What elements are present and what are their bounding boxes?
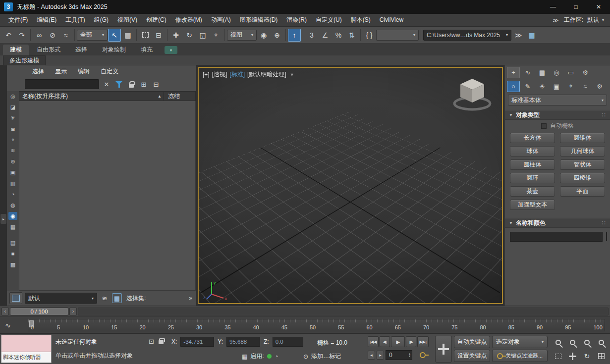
listener-pink-area[interactable] (1, 335, 51, 352)
viewport-layout-button[interactable] (9, 292, 22, 304)
geometry-category-icon[interactable]: ○ (507, 81, 520, 92)
bind-to-spacewarp-icon[interactable]: ≈ (59, 29, 72, 42)
x-coordinate-field[interactable]: -34.731 (180, 337, 214, 347)
explorer-menu-item[interactable]: 编辑 (72, 67, 95, 76)
geometry-category-dropdown[interactable]: 标准基本体 ▾ (508, 95, 607, 105)
viewport-shading-menu[interactable]: [默认明暗处理] (247, 70, 286, 79)
viewport-pov-menu[interactable]: [透视] (212, 70, 227, 79)
redo-icon[interactable]: ↷ (15, 29, 28, 42)
menubar-item[interactable]: CivilView (375, 14, 408, 26)
key-step-back-icon[interactable]: ◂ (368, 351, 375, 360)
snaps-toggle-icon[interactable]: 3 (305, 29, 318, 42)
object-type-button[interactable]: 圆柱体 (510, 159, 555, 170)
display-filter-icon[interactable]: ▣ (8, 168, 17, 176)
object-type-button[interactable]: 管状体 (560, 159, 605, 170)
key-selection-dropdown[interactable]: 选定对象 ▾ (492, 336, 548, 348)
pan-icon[interactable] (565, 349, 580, 363)
ribbon-tab-modeling[interactable]: 建模 (3, 45, 29, 55)
rectangular-selection-region-icon[interactable] (139, 29, 152, 42)
time-slider-track[interactable] (78, 308, 609, 315)
column-name-header[interactable]: 名称(按升序排序) (22, 92, 158, 101)
zoom-all-icon[interactable] (565, 335, 580, 349)
z-coordinate-field[interactable]: 0.0 (273, 337, 303, 347)
explorer-menu-item[interactable]: 选择 (27, 67, 50, 76)
object-type-button[interactable]: 平面 (560, 186, 605, 197)
display-filter-icon[interactable]: ☀ (8, 114, 17, 122)
zoom-icon[interactable] (551, 335, 565, 349)
lock-icon[interactable] (126, 79, 136, 89)
menubar-item[interactable]: 文件(F) (4, 14, 32, 26)
cameras-category-icon[interactable]: ▣ (550, 81, 563, 92)
helpers-category-icon[interactable]: ⌖ (564, 81, 577, 92)
current-frame-field[interactable]: 0 ▴ ▾ (386, 350, 412, 360)
display-filter-icon[interactable]: ◍ (8, 201, 17, 209)
menubar-overflow-icon[interactable]: ≫ (549, 17, 563, 24)
frame-spinner[interactable]: ▴ ▾ (409, 353, 410, 358)
display-filter-icon[interactable]: ⌖ (8, 136, 17, 144)
play-button[interactable]: ▶ (391, 336, 405, 347)
viewport-general-menu[interactable]: [+] (203, 71, 210, 78)
undo-icon[interactable]: ↶ (2, 29, 15, 42)
zoom-extents-icon[interactable] (580, 335, 594, 349)
ribbon-tab-selection[interactable]: 选择 (68, 45, 94, 55)
object-type-button[interactable]: 加强型文本 (510, 200, 555, 210)
go-to-end-button[interactable]: ▶▶| (417, 336, 428, 347)
sort-ascending-icon[interactable]: ▲ (158, 94, 162, 99)
layers-icon[interactable]: ≋ (100, 293, 110, 303)
select-and-move-icon[interactable]: ✚ (169, 29, 182, 42)
display-filter-icon[interactable]: ≋ (8, 147, 17, 155)
select-by-name-icon[interactable]: ▤ (121, 29, 134, 42)
set-key-icon-button[interactable] (420, 352, 426, 358)
explorer-menu-item[interactable]: 自定义 (95, 67, 124, 76)
display-filter-icon[interactable]: ■ (8, 250, 17, 258)
menubar-item[interactable]: 修改器(M) (171, 14, 207, 26)
orbit-icon[interactable]: ↻ (580, 349, 594, 363)
scene-tree[interactable] (19, 101, 196, 291)
auto-key-button[interactable]: 自动关键点 (454, 336, 490, 348)
menubar-item[interactable]: 图形编辑器(D) (235, 14, 282, 26)
unlink-selection-icon[interactable]: ⊘ (46, 29, 59, 42)
lights-category-icon[interactable]: ☀ (536, 81, 549, 92)
menubar-item[interactable]: 动画(A) (207, 14, 235, 26)
search-input[interactable] (25, 79, 99, 89)
named-selection-sets-icon[interactable]: { } (363, 29, 376, 42)
collapse-all-icon[interactable]: ⊟ (151, 79, 161, 89)
degradation-clock-icon[interactable]: ◔ (275, 353, 278, 360)
display-filter-icon[interactable]: ◪ (8, 103, 17, 111)
display-filter-icon[interactable]: ◔ (8, 190, 17, 198)
maximize-viewport-icon[interactable] (594, 349, 609, 363)
shapes-category-icon[interactable]: ✎ (521, 81, 534, 92)
project-folder-dropdown[interactable]: C:\Users\ww…ds Max 2025 ▾ (423, 30, 511, 41)
next-frame-button[interactable]: |▶ (406, 336, 416, 347)
key-filters-button[interactable]: 关键点过滤器... (492, 350, 548, 362)
y-coordinate-field[interactable]: 95.688 (226, 337, 260, 347)
ribbon-tab-freeform[interactable]: 自由形式 (30, 45, 67, 55)
rollout-grip-icon[interactable]: ∷ (602, 111, 606, 118)
selection-lock-icon[interactable] (159, 338, 164, 345)
object-type-button[interactable]: 球体 (510, 146, 555, 156)
menubar-item[interactable]: 自定义(U) (311, 14, 346, 26)
viewport-standard-menu[interactable]: [标准] (229, 70, 245, 79)
window-crossing-icon[interactable]: ⊟ (152, 29, 165, 42)
menubar-item[interactable]: 工具(T) (61, 14, 89, 26)
zoom-region-icon[interactable] (551, 349, 565, 363)
object-type-button[interactable]: 四棱锥 (560, 173, 605, 183)
go-to-start-button[interactable]: |◀◀ (368, 336, 379, 347)
set-keys-button[interactable] (435, 336, 452, 363)
time-slider-left-arrow[interactable]: ‹ (1, 308, 9, 315)
rollout-grip-icon[interactable]: ∷ (602, 219, 606, 226)
named-selection-dropdown[interactable]: ▾ (376, 30, 419, 41)
object-type-button[interactable]: 圆锥体 (560, 133, 605, 143)
hierarchy-tab-icon[interactable]: ▤ (536, 67, 549, 78)
object-type-button[interactable]: 长方体 (510, 133, 555, 143)
menubar-item[interactable]: 组(G) (90, 14, 113, 26)
use-pivot-center-icon[interactable]: ◉ (257, 29, 270, 42)
track-bar-ruler[interactable]: 0510152025303540455055606570758085909510… (28, 319, 605, 331)
render-setup-icon[interactable]: ▦ (525, 29, 538, 42)
perspective-viewport[interactable]: [+] [透视] [标准] [默认明暗处理] ▼ y (198, 67, 503, 304)
toolbar-overflow-icon[interactable]: ≫ (512, 29, 525, 42)
display-filter-icon[interactable]: ⊛ (8, 157, 17, 165)
column-frozen-header[interactable]: 冻结 (164, 92, 192, 101)
select-and-link-icon[interactable]: ∞ (33, 29, 46, 42)
systems-category-icon[interactable]: ⚙ (593, 81, 606, 92)
